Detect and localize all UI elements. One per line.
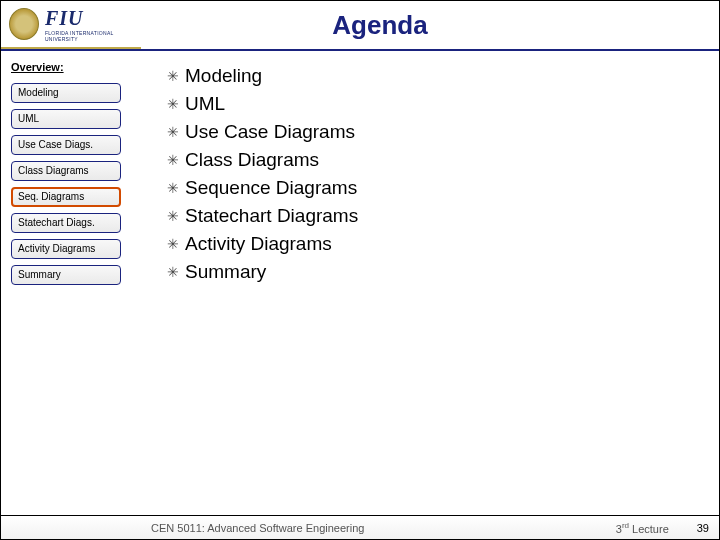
bullet-row: ✳Summary — [161, 261, 699, 283]
sidebar-item-1[interactable]: UML — [11, 109, 121, 129]
content: ✳Modeling✳UML✳Use Case Diagrams✳Class Di… — [141, 51, 719, 517]
logo: FIU FLORIDA INTERNATIONAL UNIVERSITY — [1, 1, 141, 49]
bullet-text: Summary — [185, 261, 266, 283]
bullet-text: Modeling — [185, 65, 262, 87]
bullet-row: ✳Statechart Diagrams — [161, 205, 699, 227]
bullet-text: Class Diagrams — [185, 149, 319, 171]
bullet-list: ✳Modeling✳UML✳Use Case Diagrams✳Class Di… — [161, 65, 699, 283]
sidebar-item-7[interactable]: Summary — [11, 265, 121, 285]
sidebar-item-5[interactable]: Statechart Diags. — [11, 213, 121, 233]
footer: CEN 5011: Advanced Software Engineering … — [1, 515, 719, 539]
footer-course: CEN 5011: Advanced Software Engineering — [151, 522, 364, 534]
bullet-row: ✳Class Diagrams — [161, 149, 699, 171]
bullet-text: Sequence Diagrams — [185, 177, 357, 199]
asterisk-bullet-icon: ✳ — [161, 124, 185, 140]
bullet-text: Activity Diagrams — [185, 233, 332, 255]
asterisk-bullet-icon: ✳ — [161, 68, 185, 84]
footer-lecture-suffix: rd — [622, 521, 629, 530]
asterisk-bullet-icon: ✳ — [161, 208, 185, 224]
bullet-text: Statechart Diagrams — [185, 205, 358, 227]
sidebar-item-4[interactable]: Seq. Diagrams — [11, 187, 121, 207]
bullet-row: ✳Use Case Diagrams — [161, 121, 699, 143]
sidebar-item-0[interactable]: Modeling — [11, 83, 121, 103]
bullet-text: Use Case Diagrams — [185, 121, 355, 143]
bullet-text: UML — [185, 93, 225, 115]
bullet-row: ✳Modeling — [161, 65, 699, 87]
asterisk-bullet-icon: ✳ — [161, 96, 185, 112]
asterisk-bullet-icon: ✳ — [161, 180, 185, 196]
bullet-row: ✳Activity Diagrams — [161, 233, 699, 255]
asterisk-bullet-icon: ✳ — [161, 264, 185, 280]
sidebar-nav: ModelingUMLUse Case Diags.Class Diagrams… — [11, 83, 131, 285]
sidebar-item-6[interactable]: Activity Diagrams — [11, 239, 121, 259]
logo-seal-icon — [9, 8, 39, 40]
sidebar-heading: Overview: — [11, 61, 131, 73]
page-title: Agenda — [141, 10, 719, 41]
logo-text-block: FIU FLORIDA INTERNATIONAL UNIVERSITY — [45, 7, 141, 42]
footer-lecture: 3rd Lecture — [616, 521, 669, 535]
bullet-row: ✳Sequence Diagrams — [161, 177, 699, 199]
asterisk-bullet-icon: ✳ — [161, 236, 185, 252]
body: Overview: ModelingUMLUse Case Diags.Clas… — [1, 51, 719, 517]
asterisk-bullet-icon: ✳ — [161, 152, 185, 168]
footer-page-number: 39 — [697, 522, 709, 534]
header: FIU FLORIDA INTERNATIONAL UNIVERSITY Age… — [1, 1, 719, 51]
sidebar-item-2[interactable]: Use Case Diags. — [11, 135, 121, 155]
footer-lecture-word: Lecture — [629, 522, 669, 534]
sidebar: Overview: ModelingUMLUse Case Diags.Clas… — [1, 51, 141, 517]
logo-text: FIU — [45, 7, 141, 30]
sidebar-item-3[interactable]: Class Diagrams — [11, 161, 121, 181]
bullet-row: ✳UML — [161, 93, 699, 115]
logo-subtext: FLORIDA INTERNATIONAL UNIVERSITY — [45, 30, 141, 42]
